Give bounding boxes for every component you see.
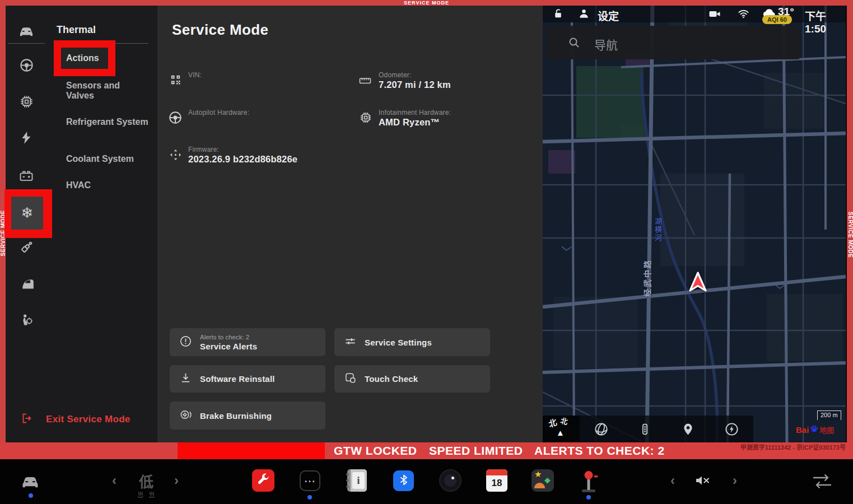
sliders-icon (344, 335, 357, 350)
notebook-ring (346, 473, 349, 475)
sidebar-item-autopilot[interactable] (6, 58, 47, 75)
map-panel[interactable]: 湖横河 经武中路 设定 31° 下午1:50 AQ (543, 6, 846, 442)
menu-item-actions[interactable]: Actions (61, 48, 108, 69)
alert-icon (179, 335, 192, 350)
menu-item-sensors-valves[interactable]: Sensors and Valves (66, 81, 150, 101)
charging-stations-button[interactable] (710, 422, 754, 437)
baidu-map-text: 地图 (819, 424, 834, 435)
actions-highlight-box: Actions (54, 40, 115, 76)
odometer-value: 7.207 mi / 12 km (379, 80, 451, 90)
bluetooth-app-button[interactable] (393, 470, 414, 491)
calendar-day: 18 (486, 475, 507, 491)
odometer-label: Odometer: (379, 71, 412, 79)
map-attribution: 甲测资字11111342 - 京ICP证030173号 (644, 442, 846, 451)
sidebar-item-high-voltage[interactable] (6, 130, 47, 147)
compass-widget[interactable]: 北 北 ▲ (543, 416, 580, 442)
diamond-icon: ◆ (544, 475, 551, 484)
rail-divider (8, 43, 45, 44)
star-icon: ★ (534, 469, 542, 479)
brake-burnishing-button[interactable]: Brake Burnishing (170, 402, 325, 430)
swap-arrows-icon (809, 473, 835, 491)
manual-app-button[interactable]: i (347, 469, 367, 492)
sidebar-item-infotainment[interactable] (6, 94, 47, 111)
dashcam-icon[interactable] (708, 7, 721, 23)
sidebar-item-battery[interactable] (6, 168, 47, 186)
sidebar-item-thermal[interactable]: ❄ (11, 197, 43, 230)
firmware-value: 2023.26.9 b232d86b826e (188, 154, 297, 165)
exit-service-mode-button[interactable]: Exit Service Mode (20, 412, 130, 427)
temperature-setting-low[interactable]: 低 (139, 470, 153, 491)
map-status-bar: 设定 31° 下午1:50 (543, 6, 846, 22)
calendar-app-button[interactable]: 18 (486, 469, 507, 492)
airbag-icon (19, 312, 34, 330)
dome-shape (534, 483, 545, 488)
taskbar-car-button[interactable] (18, 472, 43, 491)
software-reinstall-label: Software Reinstall (200, 374, 275, 384)
sidebar-item-airbag[interactable] (6, 312, 47, 330)
lock-icon[interactable] (552, 7, 565, 22)
lightning-icon (19, 130, 34, 147)
driver-profile-icon[interactable] (577, 7, 590, 22)
service-app-button[interactable] (252, 469, 274, 492)
arcade-app-button[interactable] (579, 468, 599, 494)
media-prev-chevron[interactable]: ‹ (670, 474, 675, 487)
wifi-icon[interactable] (737, 7, 750, 22)
compass-arrow-icon: ▲ (556, 428, 565, 437)
settings-label[interactable]: 设定 (598, 8, 619, 23)
map-pin-button[interactable] (666, 422, 710, 436)
gtw-locked-status: GTW LOCKED (334, 444, 417, 458)
service-settings-button[interactable]: Service Settings (334, 328, 490, 356)
nav-search-bar[interactable]: 导航 (546, 26, 800, 59)
street-label: 经武中路 (641, 259, 652, 297)
touch-check-button[interactable]: Touch Check (334, 365, 490, 393)
service-alerts-button[interactable]: Alerts to check: 2 Service Alerts (170, 328, 325, 356)
brake-burnishing-label: Brake Burnishing (200, 411, 272, 421)
media-next-chevron[interactable]: › (733, 474, 737, 487)
temp-increase-chevron[interactable]: › (174, 474, 179, 487)
aqi-badge: AQI 60 (762, 15, 792, 24)
service-alerts-sublabel: Alerts to check: 2 (200, 334, 257, 340)
river-label: 湖横河 (652, 217, 663, 242)
odometer-icon (358, 74, 372, 90)
service-mode-right-label: SERVICE MODE (847, 212, 853, 258)
temp-decrease-chevron[interactable]: ‹ (112, 474, 116, 487)
notebook-ring (346, 486, 349, 488)
wrench-icon (257, 473, 270, 488)
infotainment-value: AMD Ryzen™ (379, 117, 440, 128)
firmware-icon (169, 148, 182, 164)
autopilot-label: Autopilot Hardware: (188, 109, 249, 116)
menu-item-label: Actions (61, 53, 108, 63)
map-globe-button[interactable] (580, 422, 623, 437)
traffic-light-button[interactable] (623, 422, 667, 436)
info-icon: i (352, 472, 365, 489)
clock-time: 下午1:50 (805, 8, 846, 35)
sidebar-item-suspension[interactable] (6, 240, 47, 257)
thermal-highlight-box: ❄ (4, 189, 52, 238)
route-swap-button[interactable] (809, 473, 835, 491)
download-icon (179, 371, 192, 386)
search-icon (567, 36, 581, 52)
menu-item-coolant-system[interactable]: Coolant System (66, 154, 150, 164)
app-launcher-button[interactable]: ⋯ (300, 470, 320, 491)
bluetooth-icon (398, 474, 410, 488)
volume-muted-button[interactable] (693, 473, 712, 488)
battery-icon (18, 168, 34, 186)
car-active-dot (29, 493, 33, 498)
sidebar-item-closures[interactable] (6, 276, 47, 293)
front-defrost-icon (137, 491, 145, 498)
software-reinstall-button[interactable]: Software Reinstall (170, 365, 325, 393)
car-door-icon (19, 276, 34, 293)
vin-label: VIN: (188, 71, 202, 79)
snowflake-icon: ❄ (21, 204, 34, 222)
menu-heading: Thermal (57, 24, 96, 36)
exit-icon (20, 412, 34, 427)
camera-app-button[interactable] (439, 469, 462, 492)
service-alerts-label: Service Alerts (200, 342, 257, 351)
menu-item-hvac[interactable]: HVAC (66, 180, 150, 190)
baidu-paw-icon (809, 424, 819, 436)
service-mode-screen: SERVICE MODE SERVICE MODE SERVICE MODE (0, 0, 853, 504)
theater-app-button[interactable]: ★ ◆ (532, 469, 554, 492)
autopilot-icon (168, 110, 183, 127)
menu-item-refrigerant-system[interactable]: Refrigerant System (66, 117, 150, 127)
sidebar-item-vehicle[interactable] (6, 23, 47, 41)
